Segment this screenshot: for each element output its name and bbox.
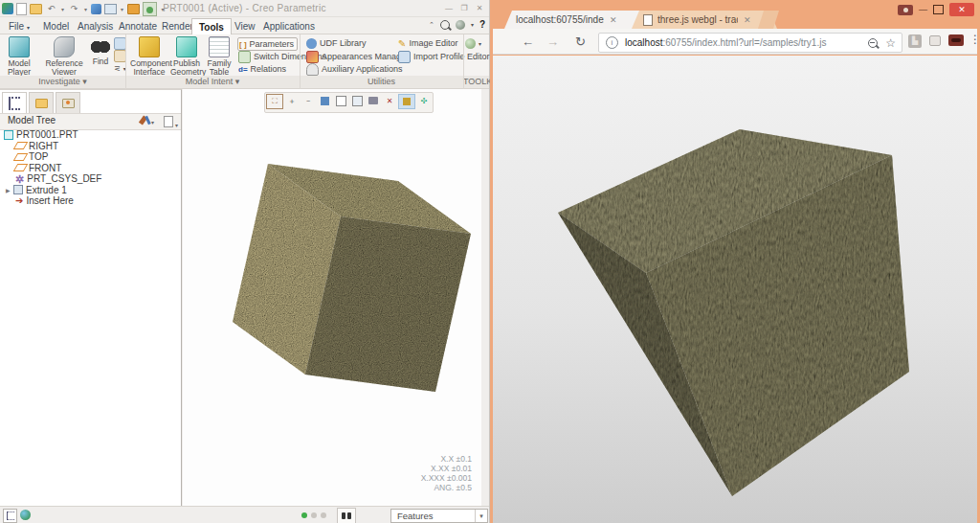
window-dropdown-icon[interactable]: ▾ bbox=[120, 3, 124, 15]
extension-icon[interactable] bbox=[929, 35, 941, 46]
image-editor-pencil-icon: ✎ bbox=[398, 38, 406, 49]
investigate-small-3[interactable]: ⋜▾ bbox=[114, 62, 126, 74]
refit-icon[interactable]: ⛶ bbox=[266, 94, 283, 109]
appearances-manager-button[interactable]: Appearances Manager bbox=[306, 51, 409, 62]
close-icon[interactable]: ✕ bbox=[474, 3, 485, 12]
tree-item-top[interactable]: TOP bbox=[0, 151, 181, 163]
threejs-canvas[interactable] bbox=[493, 56, 977, 523]
toggle-tree-icon[interactable] bbox=[3, 509, 17, 523]
community-dropdown-icon[interactable]: ▾ bbox=[471, 21, 474, 28]
tree-item-extrude[interactable]: ▶Extrude 1 bbox=[0, 185, 181, 196]
browser-viewport[interactable] bbox=[493, 56, 977, 523]
back-icon[interactable]: ← bbox=[522, 34, 534, 49]
favorites-tab[interactable] bbox=[56, 92, 80, 114]
browser-tab-active[interactable]: localhost:60755/index.ht ✕ bbox=[504, 11, 652, 29]
view-manager-icon[interactable] bbox=[366, 94, 381, 107]
filter-select-value: Features bbox=[397, 511, 434, 521]
undo-dropdown-icon[interactable]: ▾ bbox=[60, 3, 65, 15]
tree-item-front[interactable]: FRONT bbox=[0, 163, 181, 174]
display-style-icon[interactable] bbox=[333, 94, 348, 107]
page-favicon bbox=[643, 14, 653, 26]
filter-select[interactable]: Features ▾ bbox=[390, 509, 488, 523]
pdf-extension-icon[interactable]: ▙ bbox=[908, 34, 922, 48]
web-browser-icon[interactable] bbox=[19, 509, 32, 521]
graphics-toolbar: ⛶ ＋ － ✕ ✣ bbox=[264, 92, 434, 113]
minimize-ribbon-icon[interactable]: ⌃ bbox=[429, 21, 434, 29]
open-file-icon[interactable] bbox=[30, 4, 42, 14]
profile-avatar-button[interactable] bbox=[898, 5, 913, 15]
menu-dots-icon[interactable]: ⋮ bbox=[969, 33, 980, 46]
tab-close-icon[interactable]: ✕ bbox=[744, 15, 751, 25]
auxiliary-applications-button[interactable]: Auxiliary Applications bbox=[306, 63, 403, 75]
tree-item-insert-here[interactable]: ➔Insert Here bbox=[0, 195, 181, 207]
model-tree-tab[interactable] bbox=[2, 92, 27, 114]
tree-item-right[interactable]: RIGHT bbox=[0, 141, 181, 152]
search-binoculars-icon[interactable] bbox=[337, 508, 356, 523]
new-file-icon[interactable] bbox=[16, 3, 27, 15]
close-icon[interactable]: ✕ bbox=[949, 3, 974, 16]
expand-icon[interactable]: ▶ bbox=[6, 187, 13, 193]
redo-dropdown-icon[interactable]: ▾ bbox=[83, 3, 88, 15]
regenerate-icon[interactable] bbox=[91, 4, 101, 14]
goggles-extension-icon[interactable] bbox=[948, 34, 964, 46]
window-icon[interactable] bbox=[104, 4, 117, 14]
find-button[interactable]: Find bbox=[88, 36, 113, 66]
zoom-out-icon[interactable]: － bbox=[301, 94, 316, 107]
creo-graphics-area[interactable]: ⛶ ＋ － ✕ ✣ bbox=[183, 89, 481, 506]
close-window-icon[interactable] bbox=[127, 4, 140, 14]
family-table-button[interactable]: Family Table bbox=[205, 36, 234, 77]
publish-geometry-button[interactable]: Publish Geometry bbox=[170, 36, 203, 77]
tab-close-icon[interactable]: ✕ bbox=[610, 15, 617, 25]
select-working-dir-icon[interactable] bbox=[143, 2, 157, 16]
tree-item-part[interactable]: PRT0001.PRT bbox=[0, 129, 181, 141]
help-icon[interactable]: ? bbox=[479, 19, 485, 30]
tab-applications[interactable]: Applications bbox=[256, 18, 322, 34]
creo-3d-model[interactable] bbox=[183, 89, 481, 506]
group-model-intent[interactable]: Model Intent ▾ bbox=[125, 77, 300, 86]
qat-customize-icon[interactable]: ▾ bbox=[160, 3, 166, 15]
folder-browser-tab[interactable] bbox=[29, 92, 54, 114]
toolkit-button[interactable]: ▾ bbox=[465, 37, 481, 49]
undo-icon[interactable]: ↶ bbox=[45, 3, 57, 15]
group-investigate[interactable]: Investigate ▾ bbox=[0, 77, 125, 86]
spin-center-icon[interactable]: ✣ bbox=[416, 94, 432, 107]
component-interface-button[interactable]: Component Interface bbox=[130, 36, 168, 77]
repaint-icon[interactable] bbox=[317, 94, 332, 107]
tree-settings-icon[interactable]: ▾ bbox=[141, 116, 154, 126]
zoom-out-page-icon[interactable] bbox=[868, 38, 878, 48]
datum-display-icon[interactable]: ✕ bbox=[382, 94, 397, 107]
restore-icon[interactable]: ❐ bbox=[458, 3, 470, 12]
creo-statusbar: Features ▾ bbox=[0, 506, 489, 523]
zoom-in-icon[interactable]: ＋ bbox=[284, 94, 300, 107]
model-player-button[interactable]: Model Player bbox=[2, 36, 36, 77]
browser-tab-inactive[interactable]: three.js webgl - trackball ✕ bbox=[632, 11, 777, 29]
forward-icon[interactable]: → bbox=[546, 34, 559, 49]
address-bar[interactable]: i localhost:60755/index.html?url=/sample… bbox=[598, 33, 902, 53]
maximize-icon[interactable] bbox=[933, 5, 944, 14]
minimize-icon[interactable]: — bbox=[443, 3, 455, 12]
reload-icon[interactable]: ↻ bbox=[575, 34, 586, 49]
reference-viewer-button[interactable]: Reference Viewer bbox=[42, 36, 86, 77]
redo-icon[interactable]: ↷ bbox=[68, 3, 80, 15]
tab-file[interactable]: File ▾ bbox=[2, 18, 36, 34]
select-dropdown-icon[interactable]: ▾ bbox=[475, 510, 487, 522]
switch-dimensions-icon bbox=[238, 51, 251, 63]
tree-item-csys[interactable]: ✲PRT_CSYS_DEF bbox=[0, 173, 181, 185]
bookmark-star-icon[interactable]: ☆ bbox=[885, 36, 896, 50]
relations-button[interactable]: d= Relations bbox=[238, 63, 286, 75]
saved-orientations-icon[interactable] bbox=[349, 94, 365, 107]
tree-filters-icon[interactable]: ▾ bbox=[164, 116, 178, 129]
image-editor-button[interactable]: ✎ Image Editor bbox=[398, 37, 457, 49]
tolerance-block: X.X ±0.1 X.XX ±0.01 X.XXX ±0.001 ANG. ±0… bbox=[421, 454, 472, 492]
import-profile-editor-button[interactable]: Import Profile Editor bbox=[398, 51, 490, 62]
community-icon[interactable] bbox=[456, 20, 465, 30]
parameters-button[interactable]: [ ] Parameters bbox=[237, 37, 298, 51]
command-search-icon[interactable] bbox=[440, 20, 450, 30]
udf-library-button[interactable]: UDF Library bbox=[306, 37, 367, 49]
relations-icon: d= bbox=[238, 65, 248, 74]
minimize-icon[interactable]: — bbox=[919, 5, 927, 14]
file-dropdown-icon: ▾ bbox=[27, 25, 30, 31]
page-info-icon[interactable]: i bbox=[606, 36, 618, 49]
annotation-display-icon[interactable] bbox=[398, 94, 415, 109]
model-player-icon bbox=[9, 36, 30, 57]
